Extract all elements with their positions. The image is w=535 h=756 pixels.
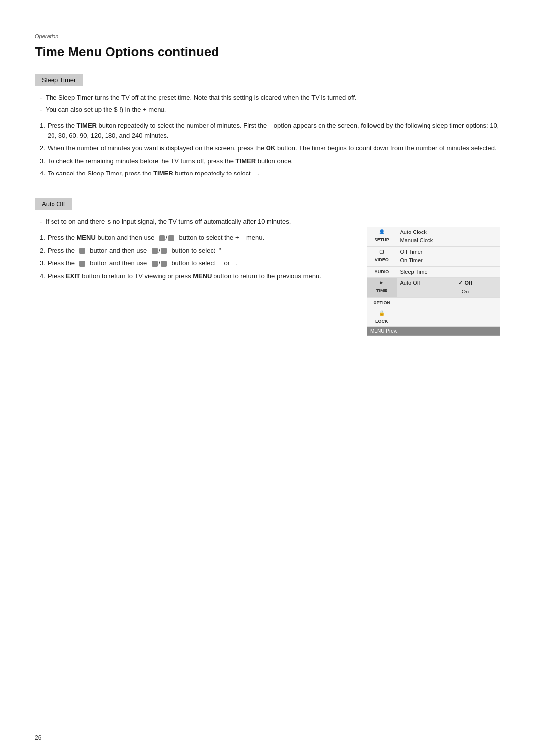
arrow-icon-5 xyxy=(152,261,158,267)
sleep-timer-section: Sleep Timer The Sleep Timer turns the TV… xyxy=(35,74,500,178)
menu-footer: MENU Prev. xyxy=(367,327,500,335)
sleep-step-4: 4. To cancel the Sleep Timer, press the … xyxy=(40,169,500,178)
auto-off-bullet-1: If set to on and there is no input signa… xyxy=(40,217,352,227)
auto-off-option-on: On xyxy=(458,288,497,296)
arrow-icon xyxy=(159,235,165,241)
menu-item-on-timer: On Timer xyxy=(400,256,497,265)
auto-off-content: If set to on and there is no input signa… xyxy=(35,217,500,336)
page-number: 26 xyxy=(35,734,41,741)
menu-item-manual-clock: Manual Clock xyxy=(400,236,497,245)
sleep-timer-steps: 1. Press the TIMER button repeatedly to … xyxy=(40,121,500,178)
menu-label-video: ▢ VIDEO xyxy=(367,246,397,266)
auto-off-step-3: 3. Press the button and then use / butto… xyxy=(40,258,352,268)
time-submenu: Auto Off ✓ Off On xyxy=(397,278,500,297)
auto-off-option-off: ✓ Off xyxy=(458,279,497,288)
arrow-icon-2 xyxy=(168,235,174,241)
menu-item-sleep-timer: Sleep Timer xyxy=(400,268,497,277)
auto-off-step-1: 1. Press the MENU button and then use / … xyxy=(40,233,352,243)
sleep-step-1: 1. Press the TIMER button repeatedly to … xyxy=(40,121,500,140)
sleep-bullet-2: You can also set up the $ !) in the + me… xyxy=(40,105,500,115)
sleep-step-2: 2. When the number of minutes you want i… xyxy=(40,143,500,153)
auto-off-step-2: 2. Press the button and then use / butto… xyxy=(40,246,352,256)
menu-row-time: ▸ TIME Auto Off ✓ Off On xyxy=(367,278,500,297)
auto-off-text: If set to on and there is no input signa… xyxy=(35,217,352,288)
menu-label-time: ▸ TIME xyxy=(367,278,397,297)
menu-item-auto-off: Auto Off xyxy=(397,278,455,297)
sleep-step-3: 3. To check the remaining minutes before… xyxy=(40,156,500,166)
auto-off-step-4: 4. Press EXIT button to return to TV vie… xyxy=(40,271,352,281)
menu-row-audio: AUDIO Sleep Timer xyxy=(367,266,500,278)
menu-label-setup: 👤 SETUP xyxy=(367,227,397,247)
menu-item-auto-clock: Auto Clock xyxy=(400,228,497,237)
sleep-timer-bullets: The Sleep Timer turns the TV off at the … xyxy=(40,93,500,114)
section-label: Operation xyxy=(35,33,500,39)
bottom-rule xyxy=(35,731,500,731)
menu-row-option: OPTION xyxy=(367,297,500,308)
tv-menu-screenshot: 👤 SETUP Auto Clock Manual Clock ▢ VIDEO xyxy=(367,227,500,336)
menu-label-option: OPTION xyxy=(367,297,397,308)
sleep-bullet-1: The Sleep Timer turns the TV off at the … xyxy=(40,93,500,103)
tv-menu-table: 👤 SETUP Auto Clock Manual Clock ▢ VIDEO xyxy=(367,227,500,327)
menu-row-lock: 🔒 LOCK xyxy=(367,308,500,326)
menu-label-lock: 🔒 LOCK xyxy=(367,308,397,326)
top-rule xyxy=(35,30,500,30)
sleep-timer-header: Sleep Timer xyxy=(35,74,83,86)
arrow-icon-4 xyxy=(161,248,167,254)
auto-off-header: Auto Off xyxy=(35,198,72,210)
auto-off-steps: 1. Press the MENU button and then use / … xyxy=(40,233,352,281)
menu-item-off-timer: Off Timer xyxy=(400,248,497,257)
page-container: Operation Time Menu Options continued Sl… xyxy=(0,0,535,756)
menu-row-setup: 👤 SETUP Auto Clock Manual Clock xyxy=(367,227,500,247)
page-title: Time Menu Options continued xyxy=(35,44,500,59)
up-icon-2 xyxy=(79,261,85,267)
arrow-icon-6 xyxy=(161,261,167,267)
menu-label-audio: AUDIO xyxy=(367,266,397,278)
menu-row-video: ▢ VIDEO Off Timer On Timer xyxy=(367,246,500,266)
arrow-icon-3 xyxy=(152,248,158,254)
up-icon xyxy=(79,248,85,254)
auto-off-bullets: If set to on and there is no input signa… xyxy=(40,217,352,227)
auto-off-section: Auto Off If set to on and there is no in… xyxy=(35,198,500,336)
